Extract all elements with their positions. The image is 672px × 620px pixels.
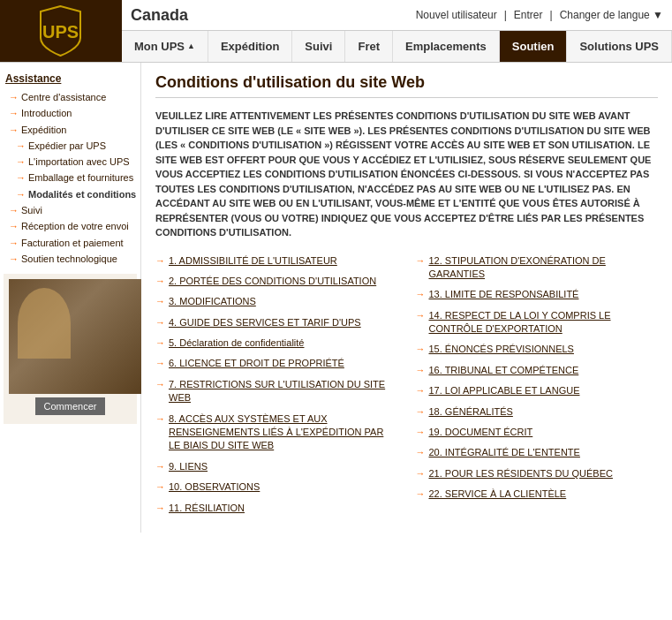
toc-item: →14. RESPECT DE LA LOI Y COMPRIS LE CONT… [416,309,659,336]
sidebar-link-emballage[interactable]: Emballage et fournitures [28,171,133,184]
toc-arrow-icon: → [416,289,426,299]
sidebar-link-expedition[interactable]: Expédition [21,124,66,136]
toc-item: →8. ACCÈS AUX SYSTÈMES ET AUX RENSEIGNEM… [155,412,398,453]
toc-arrow-icon: → [416,344,426,354]
toc-item: →3. MODIFICATIONS [155,295,398,308]
new-user-link[interactable]: Nouvel utilisateur [416,9,497,21]
sidebar-item-centre[interactable]: → Centre d'assistance [4,89,137,105]
toc-link[interactable]: 20. INTÉGRALITÉ DE L'ENTENTE [429,446,580,459]
toc-link[interactable]: 3. MODIFICATIONS [169,295,256,308]
toc-arrow-icon: → [155,413,165,424]
nav-item-monups[interactable]: Mon UPS ▲ [122,31,208,62]
toc-link[interactable]: 16. TRIBUNAL ET COMPÉTENCE [429,364,579,377]
toc-item: →12. STIPULATION D'EXONÉRATION DE GARANT… [416,254,659,282]
arrow-icon-8: → [9,205,19,215]
sidebar-item-importation[interactable]: → L'importation avec UPS [4,154,137,170]
lang-dropdown-arrow: ▼ [653,9,663,21]
toc-arrow-icon: → [416,385,426,396]
toc-link[interactable]: 11. RÉSILIATION [169,502,245,515]
monups-dropdown-arrow: ▲ [187,42,195,50]
toc-link[interactable]: 21. POUR LES RÉSIDENTS DU QUÉBEC [429,467,613,480]
toc-link[interactable]: 9. LIENS [169,460,208,473]
toc-arrow-icon: → [155,276,165,286]
toc-item: →10. OBSERVATIONS [155,480,398,494]
content-area: Conditions d'utilisation du site Web VEU… [141,63,672,533]
toc-left-column: →1. ADMISSIBILITÉ DE L'UTILISATEUR→2. PO… [155,254,407,522]
toc-link[interactable]: 5. Déclaration de confidentialité [169,336,304,350]
toc-link[interactable]: 22. SERVICE À LA CLIENTÈLE [429,488,567,501]
nav-item-expedition[interactable]: Expédition [208,31,292,62]
toc-arrow-icon: → [416,447,426,457]
toc-link[interactable]: 13. LIMITE DE RESPONSABILITÉ [429,288,579,301]
sidebar-link-introduction[interactable]: Introduction [21,107,72,119]
assistance-title[interactable]: Assistance [4,70,63,87]
toc-arrow-icon: → [155,503,165,513]
sidebar-link-suivi[interactable]: Suivi [21,204,42,216]
toc-link[interactable]: 4. GUIDE DES SERVICES ET TARIF D'UPS [169,316,361,329]
toc-link[interactable]: 14. RESPECT DE LA LOI Y COMPRIS LE CONTR… [429,309,659,336]
intro-text: VEUILLEZ LIRE ATTENTIVEMENT LES PRÉSENTE… [155,109,658,240]
toc-link[interactable]: 18. GÉNÉRALITÉS [429,405,513,419]
sidebar-link-expedierparups[interactable]: Expédier par UPS [28,140,106,152]
sidebar-item-emballage[interactable]: → Emballage et fournitures [4,170,137,185]
toc-link[interactable]: 6. LICENCE ET DROIT DE PROPRIÉTÉ [169,357,344,370]
sidebar-item-soutientech[interactable]: → Soutien technologique [4,251,137,267]
toc-item: →5. Déclaration de confidentialité [155,336,398,350]
nav-item-solutions[interactable]: Solutions UPS [567,31,672,62]
sidebar-promo: Économisez 20 % sur vos frais d'expéditi… [4,274,137,424]
nav-item-emplacements[interactable]: Emplacements [393,31,500,62]
nav-item-suivi[interactable]: Suivi [292,31,345,62]
sidebar-item-reception[interactable]: → Réception de votre envoi [4,218,137,234]
sidebar-item-modalites[interactable]: → Modalités et conditions [4,186,137,202]
promo-image: Économisez 20 % sur vos frais d'expéditi… [9,279,141,394]
arrow-icon-10: → [9,238,19,248]
pipe-2: | [550,9,553,21]
sidebar-link-soutientech[interactable]: Soutien technologique [21,253,117,265]
promo-button[interactable]: Commencer [35,397,106,415]
toc-link[interactable]: 17. LOI APPLICABLE ET LANGUE [429,384,580,397]
toc-item: →21. POUR LES RÉSIDENTS DU QUÉBEC [416,467,659,480]
sidebar-section-assistance: Assistance [4,68,137,89]
toc-link[interactable]: 8. ACCÈS AUX SYSTÈMES ET AUX RENSEIGNEME… [169,412,398,453]
svg-text:UPS: UPS [42,22,79,42]
toc-link[interactable]: 19. DOCUMENT ÉCRIT [429,426,533,439]
sidebar-item-expedierparsups[interactable]: → Expédier par UPS [4,138,137,154]
arrow-icon-4: → [16,140,26,151]
toc-item: →9. LIENS [155,460,398,473]
lang-link[interactable]: Changer de langue ▼ [560,9,663,21]
toc-link[interactable]: 15. ÉNONCÉS PRÉVISIONNELS [429,343,574,356]
toc-item: →17. LOI APPLICABLE ET LANGUE [416,384,659,397]
sidebar-item-expedition[interactable]: → Expédition [4,122,137,138]
toc-link[interactable]: 1. ADMISSIBILITÉ DE L'UTILISATEUR [169,254,337,268]
toc-item: →4. GUIDE DES SERVICES ET TARIF D'UPS [155,316,398,329]
toc-item: →20. INTÉGRALITÉ DE L'ENTENTE [416,446,659,459]
toc-arrow-icon: → [416,406,426,417]
toc-item: →13. LIMITE DE RESPONSABILITÉ [416,288,659,301]
top-links: Nouvel utilisateur | Entrer | Changer de… [416,9,663,21]
nav-item-fret[interactable]: Fret [345,31,393,62]
login-link[interactable]: Entrer [514,9,543,21]
sidebar-link-facturation[interactable]: Facturation et paiement [21,237,124,249]
sidebar-item-introduction[interactable]: → Introduction [4,105,137,121]
nav-item-soutien[interactable]: Soutien [500,31,568,62]
header-right: Canada Nouvel utilisateur | Entrer | Cha… [122,1,672,62]
toc-link[interactable]: 2. PORTÉE DES CONDITIONS D'UTILISATION [169,275,376,288]
toc-item: →11. RÉSILIATION [155,502,398,515]
toc-arrow-icon: → [155,379,165,389]
arrow-icon-9: → [9,221,19,231]
sidebar-link-reception[interactable]: Réception de votre envoi [21,220,129,232]
toc-arrow-icon: → [416,488,426,499]
toc-link[interactable]: 12. STIPULATION D'EXONÉRATION DE GARANTI… [429,254,659,282]
sidebar-item-suivi[interactable]: → Suivi [4,202,137,218]
toc-item: →1. ADMISSIBILITÉ DE L'UTILISATEUR [155,254,398,268]
toc-arrow-icon: → [155,481,165,492]
toc-link[interactable]: 7. RESTRICTIONS SUR L'UTILISATION DU SIT… [169,378,398,405]
sidebar-item-facturation[interactable]: → Facturation et paiement [4,235,137,251]
toc-link[interactable]: 10. OBSERVATIONS [169,480,260,494]
toc-item: →15. ÉNONCÉS PRÉVISIONNELS [416,343,659,356]
sidebar-link-importation[interactable]: L'importation avec UPS [28,155,130,168]
sidebar-link-centre[interactable]: Centre d'assistance [21,91,106,103]
pipe-1: | [504,9,507,21]
toc-item: →7. RESTRICTIONS SUR L'UTILISATION DU SI… [155,378,398,405]
top-bar: Canada Nouvel utilisateur | Entrer | Cha… [122,1,672,30]
